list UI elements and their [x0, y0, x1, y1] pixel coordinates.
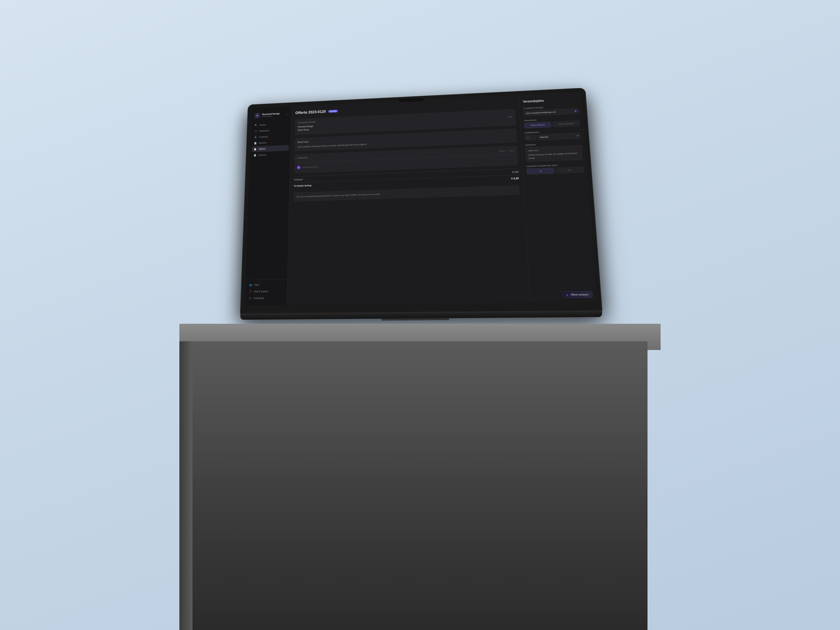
sidebar-item-label: Offertes — [259, 148, 266, 150]
sidebar-item-label: Instellingen — [254, 297, 264, 300]
status-badge: Concept — [328, 110, 338, 113]
address-column: Adres - - — [507, 116, 513, 123]
concrete-texture-left — [179, 341, 193, 630]
sidebar-item-help[interactable]: ❓ Help & Support — [246, 288, 286, 295]
services-icon: 📄 — [254, 142, 257, 145]
addressee-info: Revolved Design Kevin Stoop — [298, 125, 313, 132]
sidebar-item-label: Contacten — [259, 136, 268, 138]
sidebar: R Revolved Design Kevin Stoop ▾ 🔍 Zoeken — [245, 106, 292, 305]
mail-message-textarea[interactable]: Hallo Kevin, Hierbij ontvang je ons plan… — [526, 145, 583, 162]
settings-icon: ⚙ — [248, 297, 251, 300]
total-value: € 0,00 — [511, 177, 519, 180]
scene: R Revolved Design Kevin Stoop ▾ 🔍 Zoeken — [0, 0, 840, 630]
sidebar-item-label: Dashboard — [259, 129, 269, 132]
email-field-group: E-mailadres ontvanger kevin.stoop@revolv… — [523, 105, 579, 116]
sidebar-item-label: Team — [254, 284, 259, 286]
invoices-icon: 🧾 — [254, 154, 256, 157]
address-col-label: Adres — [507, 116, 513, 118]
chevron-down-icon: ▾ — [287, 113, 288, 115]
chevron-down-icon: ▾ — [577, 134, 578, 137]
subtotal-value: € 0,00 — [512, 171, 518, 174]
concrete-texture-face — [193, 341, 647, 630]
validity-unit: Maanden — [540, 136, 548, 138]
laptop-hinge — [381, 318, 449, 321]
validity-row: 1 Maanden ▾ — [525, 133, 581, 141]
reminder-yes-button[interactable]: Ja — [527, 168, 554, 174]
main-content: Offerte 2023-0120 Concept Geadresseerde … — [287, 92, 597, 305]
quote-area: Offerte 2023-0120 Concept Geadresseerde … — [287, 95, 530, 305]
reminder-row: Ja Nee — [527, 167, 583, 174]
send-now-label: Direct versturen — [531, 123, 545, 126]
laptop: R Revolved Design Kevin Stoop ▾ 🔍 Zoeken — [240, 88, 602, 320]
brand-section[interactable]: R Revolved Design Kevin Stoop ▾ — [251, 110, 291, 123]
send-now-button[interactable]: Direct versturen — [524, 122, 551, 128]
panel-title: Verzendopties — [523, 97, 578, 103]
send-icon: ▶ — [567, 294, 568, 296]
sidebar-item-label: Diensten — [259, 142, 267, 144]
subtotal-label: Subtotaal — [294, 178, 303, 181]
send-options-group: Verzendopties Direct versturen Datum aan… — [524, 117, 580, 128]
quote-title: Offerte 2023-0120 — [295, 109, 326, 115]
schedule-button[interactable]: Datum aanpassen — [553, 120, 580, 127]
dashboard-icon: ⊞ — [254, 130, 257, 133]
amount-col-label: Bedrag — [499, 150, 505, 152]
send-button-label: Offerte versturen — [570, 293, 589, 296]
mail-message-group: Mail bericht Hallo Kevin, Hierbij ontvan… — [525, 142, 583, 162]
send-panel: Verzendopties E-mailadres ontvanger kevi… — [519, 92, 597, 302]
pedestal — [179, 324, 661, 630]
help-icon: ❓ — [249, 290, 252, 293]
reminder-no-label: Nee — [567, 169, 572, 171]
validity-unit-select[interactable]: Maanden ▾ — [537, 133, 581, 140]
total-label: Te betalen bedrag — [294, 184, 311, 187]
contacts-icon: 👤 — [254, 136, 257, 139]
sidebar-item-label: Zoeken — [259, 123, 266, 126]
brand-info: Revolved Design Kevin Stoop — [262, 112, 285, 117]
send-options-row: Direct versturen Datum aanpassen — [524, 120, 580, 128]
team-icon: 👥 — [249, 283, 252, 286]
add-service-label: Voeg een dienst toe — [302, 166, 319, 169]
quotes-icon: 📋 — [254, 148, 257, 150]
reminder-group: Automatisch reminder laten sturen Ja Nee — [527, 163, 584, 174]
add-icon: + — [297, 166, 300, 169]
validity-field-group: Geldigheidsduur 1 Maanden ▾ — [524, 129, 581, 141]
feedback-text: We zien je terugkoppeling graag tegemoet… — [297, 193, 381, 198]
action-bar: ▶ Offerte versturen — [562, 291, 592, 298]
validity-number: 1 — [527, 137, 529, 139]
services-label: Diensten — [297, 157, 308, 159]
validity-number-input[interactable]: 1 — [525, 134, 536, 141]
schedule-label: Datum aanpassen — [558, 122, 575, 125]
sidebar-item-settings[interactable]: ⚙ Instellingen — [246, 295, 285, 302]
sidebar-item-label: Facturen — [258, 154, 267, 156]
sidebar-nav: 🔍 Zoeken ⊞ Dashboard 👤 Contacten 📄 — [245, 121, 291, 278]
addressee-contact: Kevin Stoop — [298, 128, 313, 132]
search-icon: 🔍 — [255, 123, 257, 126]
services-columns: Bedrag Acties — [499, 150, 514, 152]
brand-logo: R — [254, 113, 260, 118]
pedestal-left — [179, 341, 193, 630]
reminder-label: Automatisch reminder laten sturen — [527, 163, 583, 167]
screen-bezel: R Revolved Design Kevin Stoop ▾ 🔍 Zoeken — [240, 88, 602, 314]
pedestal-face — [193, 341, 647, 630]
email-indicator — [575, 110, 576, 112]
send-quote-button[interactable]: ▶ Offerte versturen — [562, 291, 592, 298]
sidebar-item-invoices[interactable]: 🧾 Facturen — [251, 151, 289, 158]
reminder-yes-label: Ja — [539, 170, 542, 172]
sidebar-bottom: 👥 Team ❓ Help & Support ⚙ Instellingen — [245, 279, 287, 302]
reminder-no-button[interactable]: Nee — [556, 167, 584, 173]
screen: R Revolved Design Kevin Stoop ▾ 🔍 Zoeken — [245, 92, 597, 305]
address-value: - — [507, 118, 513, 120]
address-value-2: - — [507, 121, 513, 123]
email-value: kevin.stoop@revolveddesign.com — [526, 111, 556, 114]
sidebar-item-label: Help & Support — [254, 290, 268, 293]
sidebar-item-team[interactable]: 👥 Team — [247, 281, 286, 288]
email-input[interactable]: kevin.stoop@revolveddesign.com — [523, 108, 579, 116]
actions-col-label: Acties — [509, 150, 514, 152]
